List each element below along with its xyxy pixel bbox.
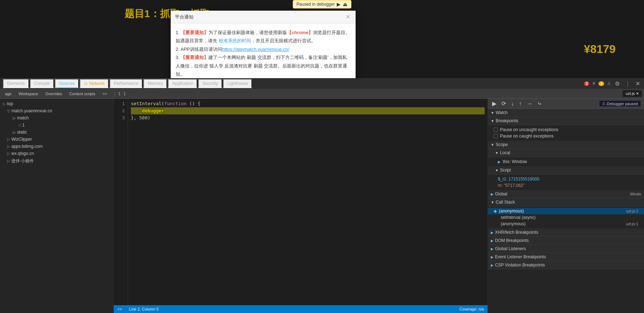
script-m-item: m: "5717.062" bbox=[488, 182, 644, 189]
tab-network[interactable]: ⚠ Network bbox=[80, 79, 109, 88]
tree-folder-icon: ▷ bbox=[13, 116, 16, 120]
pause-uncaught-checkbox[interactable] bbox=[494, 128, 498, 132]
breakpoints-arrow: ▼ bbox=[491, 119, 494, 123]
script-arrow: ▼ bbox=[495, 168, 499, 172]
tree-label: match bbox=[17, 115, 29, 120]
step-out-button[interactable]: ↑ bbox=[517, 100, 523, 108]
tab-security[interactable]: Security bbox=[198, 79, 222, 88]
devtools-panel: Elements Console Sources ⚠ Network Perfo… bbox=[0, 78, 644, 313]
tree-arrow-icon2: ▷ bbox=[7, 137, 10, 142]
warning-badge: 1 bbox=[598, 81, 604, 86]
xhr-arrow: ▶ bbox=[491, 231, 494, 234]
settings-button[interactable]: ⚙ bbox=[614, 80, 621, 87]
scope-label: Scope bbox=[496, 142, 508, 147]
callstack-content: ◆ (anonymous) uzt.js:2 setInterval (asyn… bbox=[488, 206, 644, 228]
this-window-item[interactable]: ▶ this: Window bbox=[488, 158, 644, 165]
section-scope[interactable]: ▼ Scope bbox=[488, 141, 644, 149]
tree-label: 1 bbox=[22, 123, 25, 128]
tree-item-match[interactable]: ▽ match.yuanrenxue.cn bbox=[0, 107, 113, 114]
callstack-item-anonymous[interactable]: ◆ (anonymous) uzt.js:2 bbox=[488, 208, 644, 214]
tree-file-icon: □ bbox=[18, 123, 21, 127]
code-content[interactable]: setInterval(function () { debugger }, 50… bbox=[128, 99, 488, 305]
section-callstack[interactable]: ▼ Call Stack bbox=[488, 198, 644, 206]
tree-folder-icon2: ▷ bbox=[13, 130, 16, 135]
code-line-1: setInterval(function () { bbox=[131, 100, 485, 107]
code-line-2: debugger bbox=[131, 107, 485, 114]
section-breakpoints[interactable]: ▼ Breakpoints bbox=[488, 117, 644, 125]
breakpoints-content: Pause on uncaught exceptions Pause on ca… bbox=[488, 125, 644, 141]
sources-tab-more[interactable]: >> bbox=[100, 91, 110, 97]
section-dom[interactable]: ▶ DOM Breakpoints bbox=[488, 237, 644, 245]
debugger-step-button[interactable]: ⏏ bbox=[343, 1, 347, 7]
sources-tab-page[interactable]: age bbox=[2, 91, 14, 97]
popup-close-button[interactable]: ✕ bbox=[345, 14, 351, 20]
debugger-banner: Paused in debugger ▶ ⏏ bbox=[293, 0, 351, 9]
dom-label: DOM Breakpoints bbox=[495, 238, 529, 243]
tree-item-qlogo[interactable]: ▷ wx.qlogo.cn bbox=[0, 150, 113, 157]
pause-caught-checkbox[interactable] bbox=[494, 134, 498, 138]
tab-memory[interactable]: Memory bbox=[143, 79, 167, 88]
section-script[interactable]: ▼ Script bbox=[488, 166, 644, 174]
tree-item-static[interactable]: ▷ static bbox=[0, 129, 113, 136]
tree-item-top[interactable]: ▷ top bbox=[0, 100, 113, 107]
section-event-listener[interactable]: ▶ Event Listener Breakpoints bbox=[488, 253, 644, 261]
paused-text: Debugger paused bbox=[607, 102, 638, 106]
local-arrow: ▼ bbox=[495, 151, 499, 155]
resume-button[interactable]: ▶ bbox=[491, 99, 498, 108]
section-csp[interactable]: ▶ CSP Violation Breakpoints bbox=[488, 261, 644, 269]
step-button[interactable]: → bbox=[525, 100, 534, 108]
file-tab-uzt[interactable]: uzt.js ✕ bbox=[623, 90, 642, 97]
tree-item-match-folder[interactable]: ▷ match bbox=[0, 114, 113, 122]
callstack-anon1: (anonymous) bbox=[499, 209, 524, 214]
section-local[interactable]: ▼ Local bbox=[488, 149, 644, 157]
popup-content: 1. 【重要通知】为了保证最佳刷题体验，请您使用新版【chrome】浏览器打开题… bbox=[171, 23, 356, 78]
step-over-button[interactable]: ⟳ bbox=[500, 99, 507, 108]
file-tree[interactable]: ▷ top ▽ match.yuanrenxue.cn ▷ match □ 1 … bbox=[0, 99, 114, 313]
callstack-anon2-file: uzt.js:1 bbox=[626, 222, 638, 226]
tab-elements[interactable]: Elements bbox=[3, 79, 29, 88]
sources-tab-workspace[interactable]: Workspace bbox=[16, 91, 41, 97]
section-xhr[interactable]: ▶ XHR/fetch Breakpoints bbox=[488, 228, 644, 237]
callstack-active-icon: ◆ bbox=[494, 209, 497, 214]
tab-performance[interactable]: Performance bbox=[110, 79, 143, 88]
deactivate-button[interactable]: ⤷ bbox=[536, 99, 543, 108]
coverage-text: Coverage: n/a bbox=[459, 307, 484, 311]
section-watch[interactable]: ▼ Watch bbox=[488, 109, 644, 117]
tab-console[interactable]: Console bbox=[30, 79, 54, 88]
warning-icon: ⚠ bbox=[607, 81, 611, 86]
tab-application[interactable]: Application bbox=[168, 79, 197, 88]
devtools-close-button[interactable]: ✕ bbox=[634, 80, 641, 87]
scope-arrow: ▼ bbox=[491, 143, 494, 147]
right-panel: ▶ ⟳ ↓ ↑ → ⤷ ⚠ Debugger paused ▼ Watch ▼ … bbox=[488, 99, 644, 313]
devtools-topbar: Elements Console Sources ⚠ Network Perfo… bbox=[0, 78, 644, 89]
watch-arrow: ▼ bbox=[491, 111, 494, 115]
event-listener-label: Event Listener Breakpoints bbox=[495, 254, 546, 259]
csp-label: CSP Violation Breakpoints bbox=[495, 263, 545, 268]
sources-bar: age Workspace Overrides Content scripts … bbox=[0, 89, 644, 99]
more-button[interactable]: ⋮ bbox=[624, 80, 632, 87]
debugger-play-button[interactable]: ▶ bbox=[337, 1, 341, 7]
code-line-3: }, 500) bbox=[131, 114, 485, 122]
section-global-listeners[interactable]: ▶ Global Listeners bbox=[488, 245, 644, 253]
callstack-item-setinterval[interactable]: setInterval (async) bbox=[488, 214, 644, 221]
line-num-1: 1 bbox=[114, 100, 125, 107]
tree-arrow-icon3: ▷ bbox=[7, 144, 10, 149]
csp-arrow: ▶ bbox=[491, 263, 494, 267]
step-into-button[interactable]: ↓ bbox=[510, 100, 515, 108]
webpage-price: ¥8179 bbox=[584, 43, 616, 56]
sources-tab-overrides[interactable]: Overrides bbox=[42, 91, 65, 97]
global-label: Global bbox=[495, 191, 507, 196]
global-listeners-label: Global Listeners bbox=[495, 246, 526, 251]
tree-item-1[interactable]: □ 1 bbox=[0, 122, 113, 129]
tree-label: WizClipper bbox=[11, 137, 32, 142]
tree-item-plugin[interactable]: ▷ 壹伴·小插件 bbox=[0, 157, 113, 165]
code-editor-content: 1 2 3 setInterval(function () { debugger… bbox=[114, 99, 488, 305]
tree-item-wizclipper[interactable]: ▷ WizClipper bbox=[0, 136, 113, 143]
tab-sources[interactable]: Sources bbox=[55, 79, 79, 88]
callstack-item-anonymous2[interactable]: (anonymous) uzt.js:1 bbox=[488, 221, 644, 227]
tree-item-bdimg[interactable]: ▷ apps.bdimg.com bbox=[0, 143, 113, 150]
event-listener-arrow: ▶ bbox=[491, 255, 494, 259]
tab-lighthouse[interactable]: Lighthouse bbox=[223, 79, 252, 88]
sources-tab-content[interactable]: Content scripts bbox=[66, 91, 98, 97]
section-global[interactable]: ▶ Global Windo bbox=[488, 190, 644, 198]
